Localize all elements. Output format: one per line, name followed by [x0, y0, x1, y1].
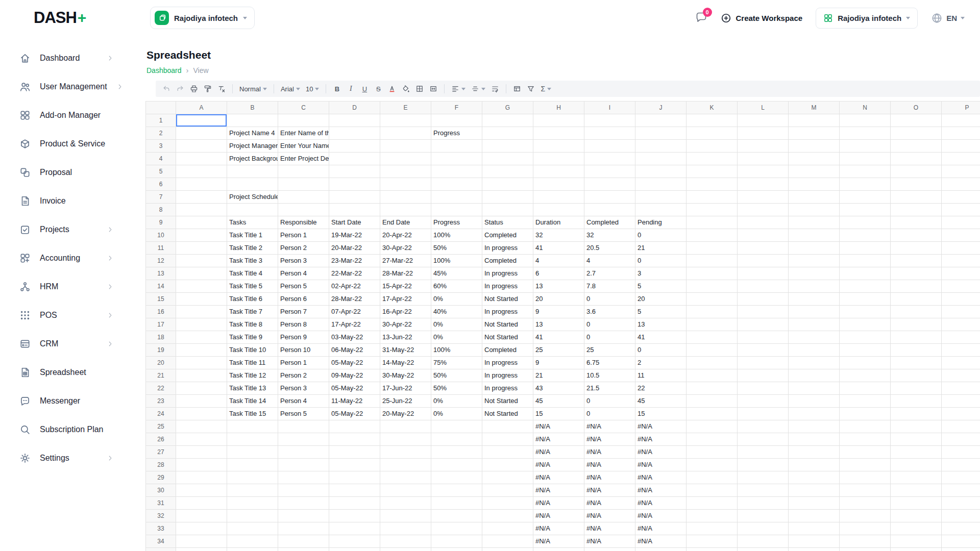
cell-C19[interactable]: Person 10	[278, 344, 329, 357]
cell-L28[interactable]	[738, 459, 789, 471]
cell-K7[interactable]	[687, 191, 738, 204]
cell-G20[interactable]: In progress	[482, 357, 533, 369]
cell-D8[interactable]	[329, 204, 380, 216]
cell-D32[interactable]	[329, 510, 380, 522]
cell-B16[interactable]: Task Title 7	[227, 306, 278, 318]
cell-M23[interactable]	[789, 395, 840, 408]
cell-M18[interactable]	[789, 331, 840, 344]
cell-N21[interactable]	[840, 369, 891, 382]
cell-N6[interactable]	[840, 178, 891, 191]
cell-O9[interactable]	[891, 216, 942, 229]
cell-C35[interactable]	[278, 548, 329, 551]
cell-K32[interactable]	[687, 510, 738, 522]
merge-cells-button[interactable]	[427, 82, 440, 95]
cell-G15[interactable]: Not Started	[482, 293, 533, 306]
cell-H31[interactable]: #N/A	[533, 497, 584, 510]
cell-E25[interactable]	[380, 420, 431, 433]
cell-G31[interactable]	[482, 497, 533, 510]
cell-N25[interactable]	[840, 420, 891, 433]
cell-K20[interactable]	[687, 357, 738, 369]
cell-L1[interactable]	[738, 114, 789, 127]
cell-M29[interactable]	[789, 471, 840, 484]
cell-A15[interactable]	[176, 293, 227, 306]
cell-M30[interactable]	[789, 484, 840, 497]
cell-K17[interactable]	[687, 318, 738, 331]
cell-L16[interactable]	[738, 306, 789, 318]
cell-K11[interactable]	[687, 242, 738, 255]
cell-A16[interactable]	[176, 306, 227, 318]
cell-G12[interactable]: Completed	[482, 255, 533, 267]
cell-A31[interactable]	[176, 497, 227, 510]
sidebar-item-proposal[interactable]: Proposal	[0, 158, 145, 187]
cell-L4[interactable]	[738, 153, 789, 165]
cell-H26[interactable]: #N/A	[533, 433, 584, 446]
cell-B26[interactable]	[227, 433, 278, 446]
cell-I1[interactable]	[584, 114, 635, 127]
cell-G5[interactable]	[482, 165, 533, 178]
print-button[interactable]	[187, 82, 201, 95]
cell-A23[interactable]	[176, 395, 227, 408]
cell-B27[interactable]	[227, 446, 278, 459]
cell-N22[interactable]	[840, 382, 891, 395]
cell-H28[interactable]: #N/A	[533, 459, 584, 471]
cell-M32[interactable]	[789, 510, 840, 522]
column-header-H[interactable]: H	[533, 102, 584, 114]
cell-L3[interactable]	[738, 140, 789, 153]
cell-D14[interactable]: 02-Apr-22	[329, 280, 380, 293]
cell-B4[interactable]: Project Background:	[227, 153, 278, 165]
cell-O29[interactable]	[891, 471, 942, 484]
cell-D34[interactable]	[329, 535, 380, 548]
cell-F25[interactable]	[431, 420, 482, 433]
cell-H9[interactable]: Duration	[533, 216, 584, 229]
cell-K29[interactable]	[687, 471, 738, 484]
cell-K34[interactable]	[687, 535, 738, 548]
cell-D1[interactable]	[329, 114, 380, 127]
row-header-14[interactable]: 14	[146, 280, 176, 293]
cell-H29[interactable]: #N/A	[533, 471, 584, 484]
cell-G14[interactable]: In progress	[482, 280, 533, 293]
cell-P12[interactable]	[942, 255, 980, 267]
cell-K33[interactable]	[687, 522, 738, 535]
cell-N10[interactable]	[840, 229, 891, 242]
cell-I30[interactable]: #N/A	[584, 484, 635, 497]
cell-G27[interactable]	[482, 446, 533, 459]
cell-J33[interactable]: #N/A	[635, 522, 687, 535]
cell-E6[interactable]	[380, 178, 431, 191]
cell-K35[interactable]	[687, 548, 738, 551]
cell-D2[interactable]	[329, 127, 380, 140]
cell-K2[interactable]	[687, 127, 738, 140]
clear-format-button[interactable]	[215, 82, 228, 95]
font-size-button[interactable]: 10	[303, 82, 322, 95]
cell-O28[interactable]	[891, 459, 942, 471]
italic-button[interactable]: I	[344, 82, 357, 95]
cell-I18[interactable]: 0	[584, 331, 635, 344]
cell-N12[interactable]	[840, 255, 891, 267]
cell-P18[interactable]	[942, 331, 980, 344]
cell-P5[interactable]	[942, 165, 980, 178]
cell-P29[interactable]	[942, 471, 980, 484]
row-header-9[interactable]: 9	[146, 216, 176, 229]
text-wrap-button[interactable]	[488, 82, 502, 95]
cell-H15[interactable]: 20	[533, 293, 584, 306]
column-header-F[interactable]: F	[431, 102, 482, 114]
cell-N18[interactable]	[840, 331, 891, 344]
cell-A32[interactable]	[176, 510, 227, 522]
cell-F22[interactable]: 50%	[431, 382, 482, 395]
cell-M9[interactable]	[789, 216, 840, 229]
cell-A22[interactable]	[176, 382, 227, 395]
cell-D23[interactable]: 11-May-22	[329, 395, 380, 408]
cell-M27[interactable]	[789, 446, 840, 459]
row-header-7[interactable]: 7	[146, 191, 176, 204]
cell-O15[interactable]	[891, 293, 942, 306]
cell-P2[interactable]	[942, 127, 980, 140]
cell-P16[interactable]	[942, 306, 980, 318]
cell-C20[interactable]: Person 1	[278, 357, 329, 369]
sidebar-item-invoice[interactable]: Invoice	[0, 187, 145, 215]
cell-J10[interactable]: 0	[635, 229, 687, 242]
cell-K12[interactable]	[687, 255, 738, 267]
row-header-20[interactable]: 20	[146, 357, 176, 369]
workspace-switcher[interactable]: Rajodiya infotech	[150, 7, 255, 29]
cell-G8[interactable]	[482, 204, 533, 216]
cell-D35[interactable]	[329, 548, 380, 551]
cell-I2[interactable]	[584, 127, 635, 140]
